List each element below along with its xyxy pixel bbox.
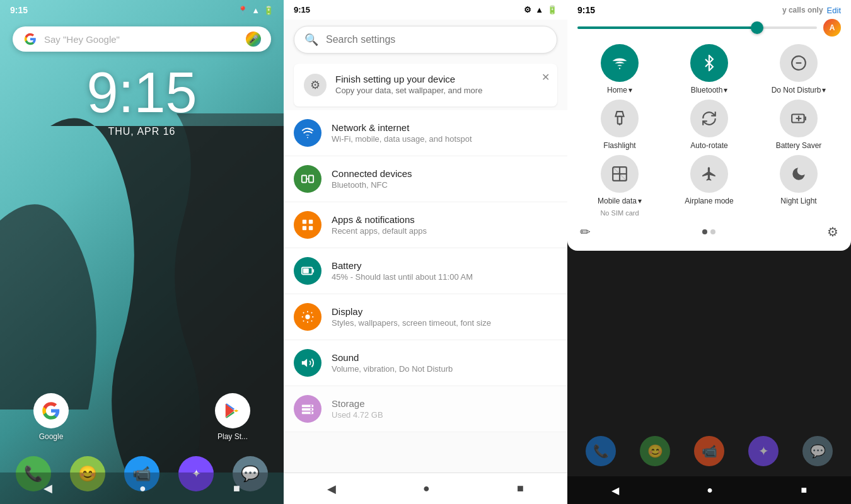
home-app-playstore[interactable]: Play St...: [215, 393, 250, 441]
google-search-text: Say "Hey Google": [44, 34, 240, 45]
user-avatar[interactable]: A: [823, 19, 841, 37]
settings-item-display[interactable]: Display Styles, wallpapers, screen timeo…: [284, 294, 567, 340]
qs-tile-dnd[interactable]: Do Not Disturb ▾: [756, 44, 841, 94]
settings-nav-recents[interactable]: ■: [517, 482, 524, 495]
display-title: Display: [332, 306, 557, 317]
display-icon: [294, 303, 321, 331]
display-subtitle: Styles, wallpapers, screen timeout, font…: [332, 318, 557, 328]
settings-item-network[interactable]: Network & internet Wi-Fi, mobile, data u…: [284, 110, 567, 156]
qs-nav-back[interactable]: ◀: [611, 484, 619, 496]
brightness-thumb: [751, 21, 763, 34]
home-clock: 9:15 THU, APR 16: [0, 64, 284, 137]
settings-item-apps[interactable]: Apps & notifications Recent apps, defaul…: [284, 202, 567, 248]
bg-dock-phone: 📞: [586, 436, 616, 466]
playstore-label: Play St...: [217, 432, 248, 441]
network-title: Network & internet: [332, 122, 557, 133]
settings-item-battery[interactable]: Battery 45% - Should last until about 11…: [284, 248, 567, 294]
wifi-tile-btn: [601, 44, 639, 82]
qs-tile-flashlight[interactable]: Flashlight: [577, 100, 662, 150]
airplane-tile-btn: [690, 155, 728, 193]
sound-subtitle: Volume, vibration, Do Not Disturb: [332, 364, 557, 374]
batterysaver-tile-btn: [780, 100, 818, 137]
nav-home-button[interactable]: ●: [139, 482, 146, 495]
autorotate-tile-label: Auto-rotate: [690, 141, 727, 150]
qs-settings-gear-icon[interactable]: ⚙: [827, 224, 838, 239]
storage-text: Storage Used 4.72 GB: [332, 398, 557, 420]
search-input[interactable]: [326, 34, 547, 45]
svg-marker-13: [302, 359, 307, 367]
wifi-tile-label: Home ▾: [607, 86, 632, 94]
banner-close-button[interactable]: ✕: [541, 71, 550, 83]
network-icon: [294, 119, 321, 147]
home-status-bar: 9:15 📍 ▲ 🔋: [0, 0, 284, 20]
settings-screen: 9:15 ⚙ ▲ 🔋 🔍 ⚙ Finish setting up your de…: [284, 0, 567, 504]
network-text: Network & internet Wi-Fi, mobile, data u…: [332, 122, 557, 144]
banner-gear-icon: ⚙: [304, 74, 327, 96]
qs-tile-batterysaver[interactable]: Battery Saver: [756, 100, 841, 150]
sound-icon: [294, 349, 321, 377]
bg-dock-messages: 💬: [802, 436, 833, 466]
flashlight-tile-label: Flashlight: [603, 141, 635, 150]
mobiledata-tile-label: Mobile data ▾: [598, 197, 642, 205]
qs-status-bar: 9:15 y calls only Edit: [567, 0, 851, 19]
qs-edit-icon[interactable]: ✏: [580, 224, 591, 239]
sound-text: Sound Volume, vibration, Do Not Disturb: [332, 352, 557, 374]
home-app-row: Google Play St...: [0, 393, 284, 441]
settings-nav-home[interactable]: ●: [423, 482, 430, 495]
bg-dock-assistant: ✦: [748, 436, 779, 466]
qs-tile-nightlight[interactable]: Night Light: [756, 155, 841, 217]
qs-nav-home[interactable]: ●: [707, 484, 713, 496]
apps-subtitle: Recent apps, default apps: [332, 226, 557, 236]
settings-item-sound[interactable]: Sound Volume, vibration, Do Not Disturb: [284, 340, 567, 386]
settings-battery-icon: 🔋: [547, 5, 557, 14]
apps-title: Apps & notifications: [332, 214, 557, 225]
home-time: 9:15: [10, 5, 28, 15]
settings-item-storage[interactable]: Storage Used 4.72 GB: [284, 386, 567, 432]
settings-nav-back[interactable]: ◀: [327, 482, 336, 496]
settings-setup-banner[interactable]: ⚙ Finish setting up your device Copy you…: [294, 64, 557, 106]
qs-tile-wifi[interactable]: Home ▾: [577, 44, 662, 94]
batterysaver-tile-label: Battery Saver: [776, 141, 822, 150]
svg-rect-23: [618, 117, 622, 124]
mic-icon[interactable]: 🎤: [246, 32, 261, 47]
brightness-slider[interactable]: [577, 26, 817, 29]
qs-nav-recents[interactable]: ■: [801, 484, 808, 496]
svg-rect-2: [302, 176, 306, 183]
storage-title: Storage: [332, 398, 557, 409]
settings-nav-bar: ◀ ● ■: [284, 472, 567, 504]
bg-dock-duo: 📹: [694, 436, 724, 466]
nav-recents-button[interactable]: ■: [233, 482, 240, 495]
qs-tile-airplane[interactable]: Airplane mode: [667, 155, 751, 217]
svg-point-12: [305, 314, 310, 319]
qs-status-right: y calls only Edit: [782, 6, 841, 15]
qs-calls-only: y calls only: [782, 6, 823, 14]
sound-title: Sound: [332, 352, 557, 363]
connected-subtitle: Bluetooth, NFC: [332, 180, 557, 190]
wifi-icon: ▲: [252, 6, 260, 15]
home-nav-bar: ◀ ● ■: [0, 472, 284, 504]
nav-back-button[interactable]: ◀: [43, 481, 52, 495]
battery-text: Battery 45% - Should last until about 11…: [332, 260, 557, 282]
qs-tile-mobiledata[interactable]: Mobile data ▾ No SIM card: [577, 155, 662, 217]
qs-brightness-section: A: [567, 19, 851, 42]
qs-panel: 9:15 y calls only Edit A: [567, 0, 851, 251]
playstore-icon: [215, 393, 250, 428]
settings-item-connected[interactable]: Connected devices Bluetooth, NFC: [284, 156, 567, 202]
svg-rect-8: [309, 226, 313, 230]
banner-subtitle: Copy your data, set wallpaper, and more: [335, 86, 482, 95]
dnd-tile-label: Do Not Disturb ▾: [772, 86, 826, 94]
home-app-google[interactable]: Google: [33, 393, 69, 441]
settings-search-bar[interactable]: 🔍: [294, 26, 557, 54]
home-clock-date: THU, APR 16: [0, 126, 284, 137]
battery-subtitle: 45% - Should last until about 11:00 AM: [332, 272, 557, 282]
brightness-fill: [577, 26, 757, 29]
settings-wifi-icon: ▲: [535, 5, 543, 14]
qs-tile-autorotate[interactable]: Auto-rotate: [667, 100, 751, 150]
svg-point-19: [310, 412, 312, 414]
qs-tile-bluetooth[interactable]: Bluetooth ▾: [667, 44, 751, 94]
battery-title: Battery: [332, 260, 557, 271]
google-search-bar[interactable]: Say "Hey Google" 🎤: [13, 26, 271, 52]
search-icon: 🔍: [304, 33, 318, 47]
qs-time: 9:15: [577, 5, 595, 15]
settings-list: Network & internet Wi-Fi, mobile, data u…: [284, 110, 567, 472]
